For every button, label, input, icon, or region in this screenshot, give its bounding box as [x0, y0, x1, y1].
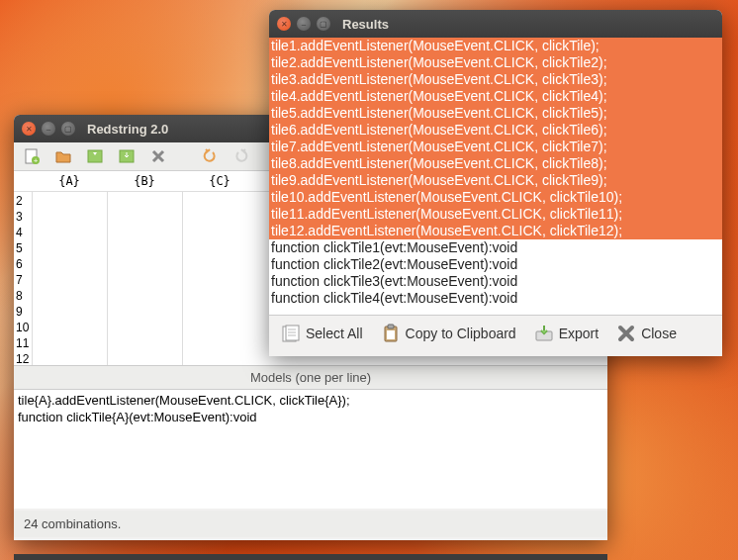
- minimize-icon[interactable]: –: [297, 17, 311, 31]
- svg-rect-12: [387, 330, 395, 339]
- close-icon[interactable]: ✕: [22, 122, 36, 136]
- select-all-icon: [281, 324, 301, 343]
- maximize-icon[interactable]: ▢: [61, 122, 75, 136]
- save-icon[interactable]: [85, 146, 105, 166]
- results-text[interactable]: tile1.addEventListener(MouseEvent.CLICK,…: [269, 38, 722, 315]
- new-file-icon[interactable]: +: [22, 146, 42, 166]
- redstring-title: Redstring 2.0: [87, 122, 168, 137]
- undo-icon[interactable]: [200, 146, 220, 166]
- minimize-icon[interactable]: –: [42, 122, 55, 136]
- export-button[interactable]: Export: [530, 322, 602, 345]
- maximize-icon[interactable]: ▢: [317, 17, 330, 31]
- open-folder-icon[interactable]: [53, 146, 73, 166]
- column-a-header[interactable]: {A}: [32, 171, 107, 191]
- svg-rect-11: [388, 325, 394, 328]
- clipboard-icon: [381, 324, 401, 343]
- save-down-icon[interactable]: [117, 146, 137, 166]
- export-icon: [534, 324, 554, 343]
- models-header: Models (one per line): [14, 366, 607, 390]
- copy-button[interactable]: Copy to Clipboard: [377, 322, 520, 345]
- results-title: Results: [342, 17, 389, 32]
- svg-text:+: +: [34, 156, 39, 165]
- close-button[interactable]: Close: [612, 322, 681, 345]
- column-b[interactable]: [107, 192, 182, 365]
- status-bar: 24 combinations.: [14, 511, 607, 537]
- line-numbers: 23456789101112: [14, 192, 32, 365]
- column-c[interactable]: [182, 192, 257, 365]
- results-toolbar: Select All Copy to Clipboard Export Clos…: [269, 315, 722, 351]
- close-x-icon: [616, 324, 636, 343]
- column-a[interactable]: [32, 192, 107, 365]
- column-b-header[interactable]: {B}: [107, 171, 182, 191]
- models-textarea[interactable]: tile{A}.addEventListener(MouseEvent.CLIC…: [14, 390, 607, 509]
- delete-icon[interactable]: [148, 146, 168, 166]
- close-icon[interactable]: ✕: [277, 17, 291, 31]
- redo-icon[interactable]: [231, 146, 251, 166]
- svg-rect-3: [88, 150, 102, 162]
- results-titlebar[interactable]: ✕ – ▢ Results: [269, 10, 722, 38]
- column-c-header[interactable]: {C}: [182, 171, 257, 191]
- select-all-button[interactable]: Select All: [277, 322, 367, 345]
- results-window: ✕ – ▢ Results tile1.addEventListener(Mou…: [269, 10, 722, 356]
